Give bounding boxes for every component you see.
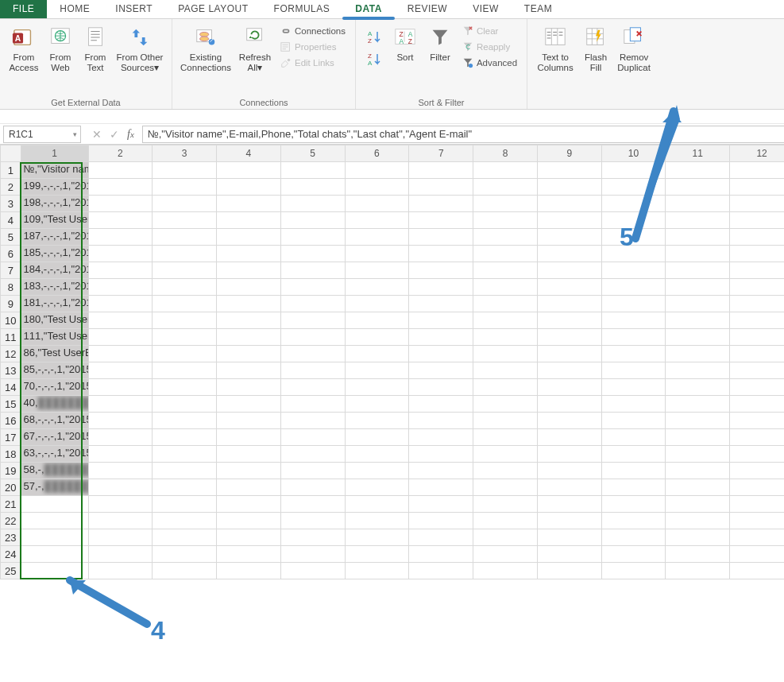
cell[interactable]	[537, 529, 601, 546]
cell[interactable]	[537, 212, 601, 229]
grid-row[interactable]: 2199,-,-,-,1,"2015-10-11 18:05:01",-	[1, 179, 785, 196]
cell[interactable]	[473, 229, 538, 246]
cell[interactable]	[666, 262, 730, 279]
existing-connections-button[interactable]: ExistingConnections	[177, 22, 234, 73]
cell[interactable]	[345, 379, 409, 396]
cell[interactable]	[537, 463, 601, 479]
row-header[interactable]: 10	[1, 312, 21, 329]
col-header[interactable]: 6	[345, 145, 409, 162]
cell[interactable]: 183,-,-,-,1,"2015-10-03 19:40:01",	[21, 279, 88, 296]
cell[interactable]	[217, 429, 281, 446]
spreadsheet-grid[interactable]: 1 2 3 4 5 6 7 8 9 10 11 12 1№,"Visitor n…	[0, 145, 784, 579]
cell[interactable]	[537, 262, 601, 279]
cell[interactable]	[153, 312, 217, 329]
grid-row[interactable]: 1767,-,-,-,1,"2015-08-12 00:31:42",█████…	[1, 429, 785, 446]
cell[interactable]	[601, 262, 666, 279]
cell[interactable]	[601, 196, 666, 212]
col-header[interactable]: 1	[21, 145, 88, 162]
cell[interactable]	[345, 496, 409, 513]
cell[interactable]	[601, 346, 666, 362]
cell[interactable]	[280, 229, 345, 246]
cell[interactable]	[409, 379, 473, 396]
cell[interactable]	[537, 346, 601, 362]
grid-row[interactable]: 1385,-,-,-,1,"2015-08-13 23:39:56",█████…	[1, 362, 785, 379]
cell[interactable]: 185,-,-,-,1,"2015-10-03 19:56:39",	[21, 246, 88, 262]
cell[interactable]	[473, 196, 538, 212]
row-header[interactable]: 3	[1, 196, 21, 212]
cell[interactable]	[217, 413, 281, 429]
cell[interactable]	[537, 413, 601, 429]
cell[interactable]	[601, 279, 666, 296]
cell[interactable]	[537, 513, 601, 529]
cell[interactable]	[217, 479, 281, 496]
cell[interactable]: 40,████████████████████████████,"8 (495)…	[21, 396, 88, 413]
cell[interactable]	[730, 262, 784, 279]
grid-row[interactable]: 10180,"Test UserBoy",████████████,-,1,"2…	[1, 312, 785, 329]
col-header[interactable]: 5	[280, 145, 345, 162]
tab-view[interactable]: VIEW	[460, 0, 512, 18]
cell[interactable]	[21, 546, 88, 563]
cell[interactable]	[473, 463, 538, 479]
cell[interactable]	[473, 262, 538, 279]
cell[interactable]	[217, 262, 281, 279]
cell[interactable]	[280, 496, 345, 513]
grid-row[interactable]: 1286,"Test UserBoy",████████████,-,1,"20…	[1, 346, 785, 362]
cell[interactable]	[217, 362, 281, 379]
grid-row[interactable]: 24	[1, 546, 785, 563]
cell[interactable]	[217, 212, 281, 229]
cell[interactable]	[217, 546, 281, 563]
cell[interactable]	[88, 529, 153, 546]
tab-team[interactable]: TEAM	[512, 0, 565, 18]
cell[interactable]	[345, 196, 409, 212]
row-header[interactable]: 4	[1, 212, 21, 229]
cell[interactable]	[217, 379, 281, 396]
cell[interactable]	[730, 229, 784, 246]
cell[interactable]	[153, 296, 217, 312]
cell[interactable]	[409, 212, 473, 229]
col-header[interactable]: 3	[153, 145, 217, 162]
cell[interactable]	[601, 529, 666, 546]
cell[interactable]	[601, 413, 666, 429]
cell[interactable]	[409, 229, 473, 246]
cell[interactable]	[409, 329, 473, 346]
cell[interactable]	[217, 196, 281, 212]
grid-row[interactable]: 1958,-,████████████████████████,-,1,"201…	[1, 463, 785, 479]
cell[interactable]	[601, 179, 666, 196]
cell[interactable]	[473, 329, 538, 346]
cell[interactable]	[730, 563, 784, 579]
cell[interactable]	[345, 529, 409, 546]
cell[interactable]	[666, 413, 730, 429]
cell[interactable]	[153, 279, 217, 296]
cell[interactable]	[601, 546, 666, 563]
cell[interactable]	[280, 296, 345, 312]
from-web-button[interactable]: FromWeb	[43, 22, 78, 73]
select-all-corner[interactable]	[1, 145, 21, 162]
cell[interactable]	[345, 546, 409, 563]
confirm-formula-icon[interactable]: ✓	[110, 128, 119, 141]
cell[interactable]	[88, 496, 153, 513]
cell[interactable]	[473, 362, 538, 379]
filter-button[interactable]: Filter	[423, 22, 458, 63]
cell[interactable]	[730, 179, 784, 196]
col-header[interactable]: 12	[730, 145, 784, 162]
cell[interactable]	[217, 396, 281, 413]
cell[interactable]	[88, 296, 153, 312]
cell[interactable]	[473, 429, 538, 446]
cell[interactable]	[409, 246, 473, 262]
cell[interactable]	[537, 496, 601, 513]
cell[interactable]	[537, 229, 601, 246]
row-header[interactable]: 23	[1, 529, 21, 546]
cell[interactable]	[345, 296, 409, 312]
cell[interactable]	[345, 162, 409, 179]
cell[interactable]	[666, 446, 730, 463]
cell[interactable]	[88, 396, 153, 413]
sort-button[interactable]: ZAAZ Sort	[388, 22, 423, 63]
cell[interactable]	[666, 429, 730, 446]
cell[interactable]	[666, 312, 730, 329]
cell[interactable]	[88, 162, 153, 179]
cell[interactable]	[537, 179, 601, 196]
connections-button[interactable]: Connections	[279, 24, 347, 38]
cell[interactable]	[345, 346, 409, 362]
cell[interactable]	[280, 396, 345, 413]
cell[interactable]: 109,"Test UserBoy",████████████,-,7,"201…	[21, 212, 88, 229]
